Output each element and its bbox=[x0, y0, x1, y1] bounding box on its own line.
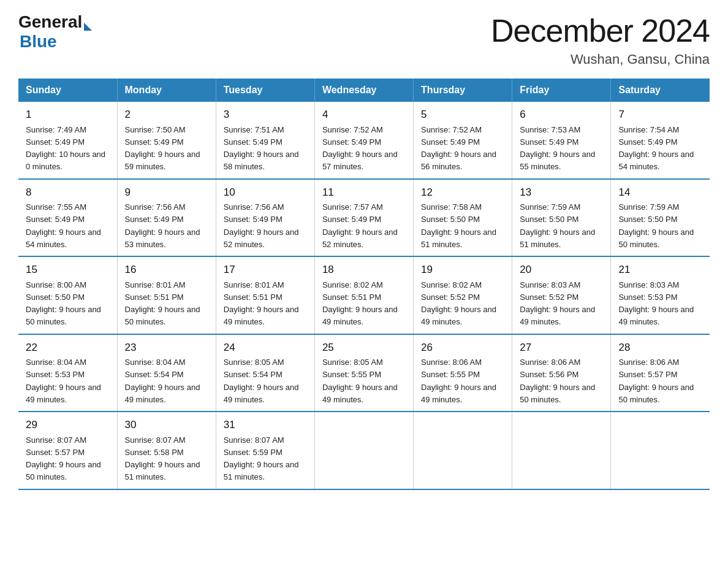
day-number: 22 bbox=[26, 340, 110, 356]
page-header: General Blue December 2024 Wushan, Gansu… bbox=[18, 12, 710, 67]
day-info: Sunrise: 7:59 AMSunset: 5:50 PMDaylight:… bbox=[618, 202, 694, 249]
day-info: Sunrise: 8:02 AMSunset: 5:51 PMDaylight:… bbox=[322, 280, 398, 327]
col-header-tuesday: Tuesday bbox=[216, 79, 314, 102]
day-info: Sunrise: 7:53 AMSunset: 5:49 PMDaylight:… bbox=[520, 125, 595, 172]
week-row-1: 1 Sunrise: 7:49 AMSunset: 5:49 PMDayligh… bbox=[18, 102, 710, 179]
day-info: Sunrise: 8:06 AMSunset: 5:55 PMDaylight:… bbox=[421, 358, 496, 404]
calendar-cell: 25 Sunrise: 8:05 AMSunset: 5:55 PMDaylig… bbox=[314, 334, 413, 412]
col-header-monday: Monday bbox=[117, 79, 216, 102]
col-header-wednesday: Wednesday bbox=[314, 79, 413, 102]
calendar-cell: 21 Sunrise: 8:03 AMSunset: 5:53 PMDaylig… bbox=[611, 256, 710, 334]
day-number: 19 bbox=[421, 262, 504, 278]
calendar-cell: 12 Sunrise: 7:58 AMSunset: 5:50 PMDaylig… bbox=[414, 179, 512, 257]
day-number: 23 bbox=[125, 340, 208, 356]
logo: General Blue bbox=[18, 12, 92, 52]
calendar-cell: 24 Sunrise: 8:05 AMSunset: 5:54 PMDaylig… bbox=[216, 334, 314, 412]
calendar-cell: 16 Sunrise: 8:01 AMSunset: 5:51 PMDaylig… bbox=[117, 256, 216, 334]
calendar-cell: 15 Sunrise: 8:00 AMSunset: 5:50 PMDaylig… bbox=[18, 256, 117, 334]
day-number: 20 bbox=[520, 262, 603, 278]
calendar-cell: 23 Sunrise: 8:04 AMSunset: 5:54 PMDaylig… bbox=[117, 334, 216, 412]
day-number: 31 bbox=[224, 417, 307, 433]
calendar-cell: 18 Sunrise: 8:02 AMSunset: 5:51 PMDaylig… bbox=[314, 256, 413, 334]
col-header-thursday: Thursday bbox=[414, 79, 512, 102]
calendar-cell: 3 Sunrise: 7:51 AMSunset: 5:49 PMDayligh… bbox=[216, 102, 314, 179]
calendar-cell: 14 Sunrise: 7:59 AMSunset: 5:50 PMDaylig… bbox=[611, 179, 710, 257]
day-info: Sunrise: 8:02 AMSunset: 5:52 PMDaylight:… bbox=[421, 280, 496, 327]
calendar-cell: 7 Sunrise: 7:54 AMSunset: 5:49 PMDayligh… bbox=[611, 102, 710, 179]
day-number: 27 bbox=[520, 340, 603, 356]
day-info: Sunrise: 7:58 AMSunset: 5:50 PMDaylight:… bbox=[421, 202, 496, 249]
week-row-5: 29 Sunrise: 8:07 AMSunset: 5:57 PMDaylig… bbox=[18, 412, 710, 489]
calendar-cell: 17 Sunrise: 8:01 AMSunset: 5:51 PMDaylig… bbox=[216, 256, 314, 334]
logo-text-blue: Blue bbox=[20, 32, 92, 52]
day-info: Sunrise: 7:52 AMSunset: 5:49 PMDaylight:… bbox=[421, 125, 496, 172]
day-info: Sunrise: 8:01 AMSunset: 5:51 PMDaylight:… bbox=[224, 280, 299, 327]
col-header-sunday: Sunday bbox=[18, 79, 117, 102]
day-number: 15 bbox=[26, 262, 110, 278]
calendar-cell bbox=[512, 412, 611, 489]
col-header-saturday: Saturday bbox=[611, 79, 710, 102]
day-number: 24 bbox=[224, 340, 307, 356]
title-section: December 2024 Wushan, Gansu, China bbox=[491, 12, 710, 67]
day-number: 1 bbox=[26, 107, 110, 123]
day-number: 8 bbox=[26, 185, 110, 201]
day-number: 12 bbox=[421, 185, 504, 201]
calendar-cell: 29 Sunrise: 8:07 AMSunset: 5:57 PMDaylig… bbox=[18, 412, 117, 489]
day-number: 30 bbox=[125, 417, 208, 433]
calendar-table: SundayMondayTuesdayWednesdayThursdayFrid… bbox=[18, 79, 710, 490]
day-number: 17 bbox=[224, 262, 307, 278]
day-info: Sunrise: 8:00 AMSunset: 5:50 PMDaylight:… bbox=[26, 280, 101, 327]
day-number: 28 bbox=[618, 340, 702, 356]
day-info: Sunrise: 8:04 AMSunset: 5:54 PMDaylight:… bbox=[125, 358, 200, 404]
calendar-cell: 9 Sunrise: 7:56 AMSunset: 5:49 PMDayligh… bbox=[117, 179, 216, 257]
day-info: Sunrise: 8:04 AMSunset: 5:53 PMDaylight:… bbox=[26, 358, 101, 404]
day-info: Sunrise: 7:59 AMSunset: 5:50 PMDaylight:… bbox=[520, 202, 595, 249]
day-number: 14 bbox=[618, 185, 702, 201]
week-row-4: 22 Sunrise: 8:04 AMSunset: 5:53 PMDaylig… bbox=[18, 334, 710, 412]
calendar-cell: 11 Sunrise: 7:57 AMSunset: 5:49 PMDaylig… bbox=[314, 179, 413, 257]
day-number: 26 bbox=[421, 340, 504, 356]
calendar-cell bbox=[314, 412, 413, 489]
calendar-cell: 20 Sunrise: 8:03 AMSunset: 5:52 PMDaylig… bbox=[512, 256, 611, 334]
day-info: Sunrise: 7:55 AMSunset: 5:49 PMDaylight:… bbox=[26, 202, 101, 249]
main-title: December 2024 bbox=[491, 12, 710, 49]
calendar-cell bbox=[611, 412, 710, 489]
calendar-cell: 6 Sunrise: 7:53 AMSunset: 5:49 PMDayligh… bbox=[512, 102, 611, 179]
logo-text-general: General bbox=[18, 12, 82, 32]
day-info: Sunrise: 7:56 AMSunset: 5:49 PMDaylight:… bbox=[125, 202, 200, 249]
day-info: Sunrise: 7:52 AMSunset: 5:49 PMDaylight:… bbox=[322, 125, 398, 172]
calendar-header-row: SundayMondayTuesdayWednesdayThursdayFrid… bbox=[18, 79, 710, 102]
day-info: Sunrise: 8:06 AMSunset: 5:57 PMDaylight:… bbox=[618, 358, 694, 404]
day-info: Sunrise: 7:54 AMSunset: 5:49 PMDaylight:… bbox=[618, 125, 694, 172]
day-number: 2 bbox=[125, 107, 208, 123]
day-info: Sunrise: 8:03 AMSunset: 5:52 PMDaylight:… bbox=[520, 280, 595, 327]
day-number: 21 bbox=[618, 262, 702, 278]
day-number: 4 bbox=[322, 107, 406, 123]
calendar-cell: 10 Sunrise: 7:56 AMSunset: 5:49 PMDaylig… bbox=[216, 179, 314, 257]
subtitle: Wushan, Gansu, China bbox=[491, 52, 710, 67]
day-info: Sunrise: 7:49 AMSunset: 5:49 PMDaylight:… bbox=[26, 125, 105, 172]
day-number: 16 bbox=[125, 262, 208, 278]
calendar-cell: 5 Sunrise: 7:52 AMSunset: 5:49 PMDayligh… bbox=[414, 102, 512, 179]
calendar-cell: 8 Sunrise: 7:55 AMSunset: 5:49 PMDayligh… bbox=[18, 179, 117, 257]
calendar-cell: 31 Sunrise: 8:07 AMSunset: 5:59 PMDaylig… bbox=[216, 412, 314, 489]
calendar-cell: 2 Sunrise: 7:50 AMSunset: 5:49 PMDayligh… bbox=[117, 102, 216, 179]
week-row-2: 8 Sunrise: 7:55 AMSunset: 5:49 PMDayligh… bbox=[18, 179, 710, 257]
day-info: Sunrise: 8:07 AMSunset: 5:59 PMDaylight:… bbox=[224, 435, 299, 482]
day-number: 3 bbox=[224, 107, 307, 123]
day-number: 13 bbox=[520, 185, 603, 201]
day-number: 9 bbox=[125, 185, 208, 201]
day-info: Sunrise: 7:50 AMSunset: 5:49 PMDaylight:… bbox=[125, 125, 200, 172]
day-number: 25 bbox=[322, 340, 406, 356]
calendar-cell: 13 Sunrise: 7:59 AMSunset: 5:50 PMDaylig… bbox=[512, 179, 611, 257]
day-info: Sunrise: 8:07 AMSunset: 5:58 PMDaylight:… bbox=[125, 435, 200, 482]
day-info: Sunrise: 8:01 AMSunset: 5:51 PMDaylight:… bbox=[125, 280, 200, 327]
day-number: 11 bbox=[322, 185, 406, 201]
week-row-3: 15 Sunrise: 8:00 AMSunset: 5:50 PMDaylig… bbox=[18, 256, 710, 334]
day-info: Sunrise: 7:51 AMSunset: 5:49 PMDaylight:… bbox=[224, 125, 299, 172]
day-info: Sunrise: 7:56 AMSunset: 5:49 PMDaylight:… bbox=[224, 202, 299, 249]
day-number: 18 bbox=[322, 262, 406, 278]
day-number: 10 bbox=[224, 185, 307, 201]
day-info: Sunrise: 8:06 AMSunset: 5:56 PMDaylight:… bbox=[520, 358, 595, 404]
calendar-cell: 19 Sunrise: 8:02 AMSunset: 5:52 PMDaylig… bbox=[414, 256, 512, 334]
